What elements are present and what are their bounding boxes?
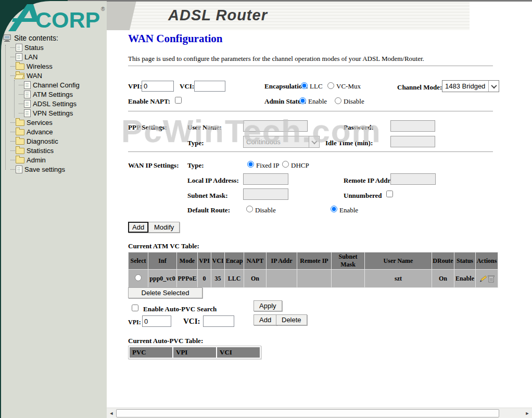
- tree-branch: [19, 113, 23, 113]
- sidebar-item-wireless[interactable]: Wireless: [3, 61, 105, 71]
- fixed-ip-radio[interactable]: [247, 161, 254, 168]
- tree-branch: [10, 57, 15, 57]
- table-row: ppp0_vc0 PPPoE 0 35 LLC On szt On Enable: [129, 270, 498, 287]
- subnet-mask-input[interactable]: [243, 188, 288, 200]
- folder-icon: [16, 157, 24, 163]
- sidebar-item-vpn-settings[interactable]: VPN Settings: [3, 108, 105, 118]
- col-remote-ip: Remote IP: [297, 252, 331, 269]
- registered-mark: ®: [101, 6, 105, 12]
- vcmux-option-label: VC-Mux: [336, 82, 361, 91]
- password-input[interactable]: [390, 120, 435, 132]
- vpi-label: VPI:: [128, 82, 142, 91]
- folder-icon: [16, 64, 24, 70]
- enable-napt-checkbox[interactable]: [175, 97, 182, 104]
- remote-ip-input[interactable]: [390, 173, 436, 185]
- banner-wedge: [107, 2, 156, 30]
- page-icon: [16, 44, 22, 52]
- tree-branch: [10, 141, 15, 142]
- admin-enable-label: Enable: [308, 97, 327, 106]
- admin-disable-label: Disable: [344, 97, 364, 106]
- sidebar-item-atm-settings[interactable]: ATM Settings: [3, 90, 105, 99]
- col-user-name: User Name: [365, 252, 432, 269]
- vci-label: VCI:: [180, 82, 194, 91]
- vpi-input[interactable]: [142, 81, 174, 92]
- sidebar-item-lan[interactable]: LAN: [3, 52, 105, 61]
- col-pvc-vci: VCI: [217, 347, 260, 358]
- add-button[interactable]: Add: [128, 222, 148, 233]
- idle-time-input[interactable]: [390, 136, 435, 147]
- unnumbered-label: Unnumbered: [344, 192, 382, 200]
- local-ip-input[interactable]: [243, 173, 288, 185]
- sidebar-item-advance[interactable]: Advance: [3, 127, 105, 136]
- auto-pvc-header-row: PVC VPI VCI: [130, 347, 260, 358]
- unnumbered-checkbox[interactable]: [386, 191, 393, 197]
- password-label: Password:: [344, 123, 374, 132]
- pvc-vpi-input[interactable]: [142, 315, 171, 327]
- apply-button[interactable]: Apply: [254, 300, 282, 311]
- cell-vci: 35: [211, 270, 224, 287]
- sidebar-item-diagnostic[interactable]: Diagnostic: [3, 136, 105, 146]
- pvc-delete-button[interactable]: Delete: [276, 314, 307, 325]
- route-enable-label: Enable: [339, 206, 358, 214]
- delete-selected-button[interactable]: Delete Selected: [128, 287, 202, 298]
- scroll-left-icon[interactable]: ◄: [107, 408, 116, 418]
- page-icon: [16, 53, 22, 61]
- modify-button[interactable]: Modify: [148, 222, 180, 233]
- ppp-settings-label: PPP Settings:: [128, 123, 167, 132]
- user-name-label: User Name:: [187, 123, 222, 132]
- tree-branch: [19, 104, 23, 104]
- divider: [128, 66, 493, 68]
- admin-enable-radio[interactable]: [299, 97, 306, 104]
- sidebar-item-wan[interactable]: WAN: [3, 71, 105, 80]
- cell-status: Enable: [454, 270, 475, 287]
- header-banner: ADSL Router: [107, 2, 470, 31]
- route-disable-radio[interactable]: [246, 206, 253, 212]
- col-select: Select: [129, 252, 148, 269]
- route-enable-radio[interactable]: [331, 206, 337, 212]
- sidebar-item-services[interactable]: Services: [3, 118, 105, 127]
- scrollbar-thumb[interactable]: [116, 409, 499, 417]
- tree-branch: [19, 85, 23, 85]
- auto-pvc-search-checkbox[interactable]: [132, 305, 138, 311]
- auto-pvc-table: PVC VPI VCI: [128, 346, 261, 359]
- sidebar-item-adsl-settings[interactable]: ADSL Settings: [3, 99, 105, 108]
- vcmux-radio[interactable]: [327, 82, 334, 89]
- sidebar-item-admin[interactable]: Admin: [3, 155, 105, 164]
- user-name-input[interactable]: [243, 120, 308, 132]
- atm-table-header-row: Select Inf Mode VPI VCI Encap NAPT IP Ad…: [129, 252, 498, 269]
- edit-pencil-icon[interactable]: [479, 275, 488, 283]
- sidebar-item-statistics[interactable]: Statistics: [3, 146, 105, 155]
- vci-input[interactable]: [194, 81, 225, 92]
- scroll-right-icon[interactable]: ►: [523, 408, 532, 418]
- row-select-radio[interactable]: [135, 274, 142, 281]
- svg-text:CORP: CORP: [35, 7, 100, 31]
- tree-root-site-contents[interactable]: Site contents:: [3, 33, 105, 43]
- col-subnet-mask: Subnet Mask: [332, 252, 364, 269]
- pvc-vci-input[interactable]: [203, 315, 234, 327]
- folder-icon: [16, 120, 24, 126]
- llc-radio[interactable]: [301, 82, 308, 89]
- tree-branch: [10, 47, 15, 48]
- page-icon: [24, 91, 31, 98]
- col-droute: DRoute: [432, 252, 454, 269]
- sidebar-item-save-settings[interactable]: Save settings: [3, 164, 105, 174]
- wan-ip-type-label: Type:: [187, 161, 204, 170]
- delete-trash-icon[interactable]: [488, 275, 495, 283]
- route-disable-label: Disable: [255, 206, 276, 214]
- folder-icon: [16, 129, 24, 135]
- cell-subnet-mask: [332, 270, 364, 287]
- horizontal-scrollbar: ◄ ►: [107, 408, 532, 418]
- page-icon: [24, 100, 31, 108]
- sidebar-item-channel-config[interactable]: Channel Config: [3, 80, 105, 90]
- tree-root-label: Site contents:: [14, 34, 58, 42]
- pvc-vci-label: VCI:: [183, 317, 200, 326]
- page-icon: [24, 81, 31, 89]
- pvc-add-button[interactable]: Add: [254, 314, 277, 325]
- sidebar-item-status[interactable]: Status: [3, 43, 105, 52]
- dhcp-radio[interactable]: [282, 161, 289, 168]
- page-icon: [16, 166, 22, 173]
- admin-disable-radio[interactable]: [335, 97, 341, 104]
- channel-mode-label: Channel Mode:: [397, 83, 442, 92]
- channel-mode-select[interactable]: 1483 Bridged: [442, 80, 499, 92]
- ppp-type-select[interactable]: Continuous: [243, 136, 320, 148]
